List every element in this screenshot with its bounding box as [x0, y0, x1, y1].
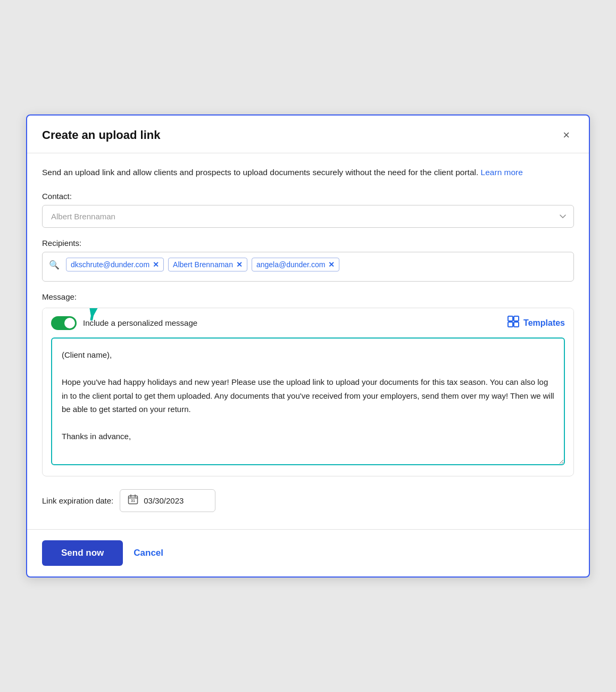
create-upload-link-modal: Create an upload link × Send an upload l…	[26, 114, 590, 578]
recipient-tag-3: angela@dunder.com ✕	[252, 258, 339, 271]
learn-more-link[interactable]: Learn more	[481, 168, 523, 177]
close-button[interactable]: ×	[559, 127, 574, 143]
remove-recipient-1[interactable]: ✕	[153, 261, 159, 268]
contact-field-group: Contact: Albert Brennaman	[42, 192, 574, 228]
templates-icon	[507, 316, 519, 330]
cancel-button[interactable]: Cancel	[134, 548, 163, 558]
recipients-box[interactable]: 🔍 dkschrute@dunder.com ✕ Albert Brennama…	[42, 252, 574, 282]
expiration-date-input[interactable]	[144, 496, 207, 505]
expiration-row: Link expiration date: 31	[42, 487, 574, 512]
message-panel: Include a personalized message Templates	[42, 308, 574, 476]
send-now-button[interactable]: Send now	[42, 540, 123, 566]
svg-rect-3	[508, 322, 513, 327]
remove-recipient-3[interactable]: ✕	[328, 261, 335, 268]
modal-body: Send an upload link and allow clients an…	[27, 153, 589, 530]
templates-label: Templates	[523, 318, 565, 328]
recipient-email-3: angela@dunder.com	[256, 260, 325, 269]
contact-label: Contact:	[42, 192, 574, 201]
contact-select[interactable]: Albert Brennaman	[42, 205, 574, 228]
description-text: Send an upload link and allow clients an…	[42, 166, 574, 179]
calendar-icon: 31	[128, 494, 138, 507]
date-input-wrap: 31	[120, 489, 215, 512]
svg-rect-2	[514, 316, 519, 321]
svg-rect-4	[514, 322, 519, 327]
toggle-left: Include a personalized message	[51, 316, 197, 330]
recipients-label: Recipients:	[42, 238, 574, 248]
modal-title: Create an upload link	[42, 128, 161, 142]
expiration-label: Link expiration date:	[42, 496, 113, 505]
svg-text:31: 31	[131, 499, 135, 502]
recipient-tag-2: Albert Brennaman ✕	[168, 258, 247, 271]
message-section: Message:	[42, 292, 574, 476]
modal-header: Create an upload link ×	[27, 116, 589, 153]
personalized-message-toggle[interactable]	[51, 316, 77, 330]
recipient-email-1: dkschrute@dunder.com	[71, 260, 149, 269]
message-label: Message:	[42, 292, 574, 301]
svg-rect-1	[508, 316, 513, 321]
recipient-tag-1: dkschrute@dunder.com ✕	[66, 258, 164, 271]
recipients-field-group: Recipients: 🔍 dkschrute@dunder.com ✕ Alb…	[42, 238, 574, 282]
message-textarea[interactable]: (Client name), Hope you've had happy hol…	[51, 337, 565, 465]
remove-recipient-2[interactable]: ✕	[236, 261, 243, 268]
recipient-email-2: Albert Brennaman	[173, 260, 233, 269]
message-toggle-row: Include a personalized message Templates	[43, 308, 573, 337]
templates-button[interactable]: Templates	[507, 316, 565, 330]
toggle-label-text: Include a personalized message	[83, 318, 197, 327]
modal-footer: Send now Cancel	[27, 529, 589, 576]
search-icon: 🔍	[49, 260, 60, 270]
